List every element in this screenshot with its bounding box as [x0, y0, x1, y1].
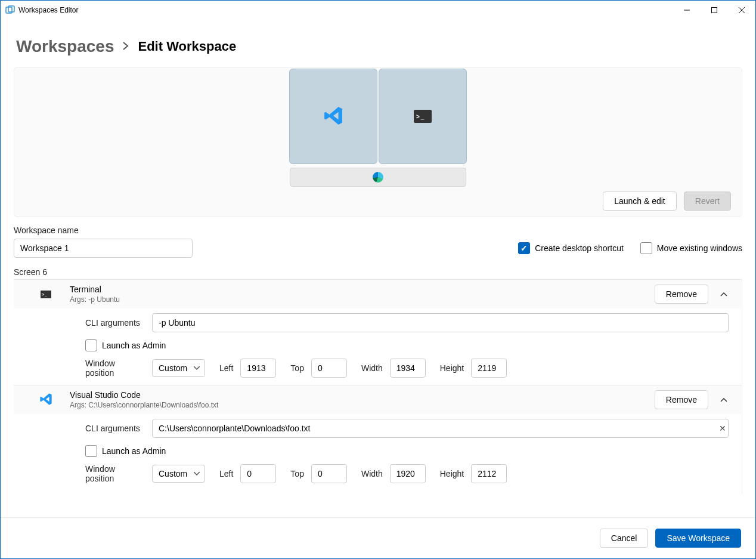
window-title: Workspaces Editor: [18, 6, 78, 14]
workspace-name-label: Workspace name: [1, 226, 755, 237]
left-input[interactable]: [240, 464, 276, 483]
width-label: Width: [361, 469, 383, 478]
position-mode-select[interactable]: Custom: [152, 465, 205, 483]
width-label: Width: [361, 363, 383, 373]
height-input[interactable]: [471, 464, 507, 483]
app-details: CLI arguments ✕ Launch as Admin Window p…: [14, 414, 742, 490]
remove-button[interactable]: Remove: [655, 285, 708, 304]
height-input[interactable]: [471, 359, 507, 378]
left-label: Left: [219, 469, 233, 478]
clear-input-icon[interactable]: ✕: [719, 424, 726, 433]
window-position-label: Window position: [85, 359, 145, 378]
create-shortcut-label: Create desktop shortcut: [535, 243, 624, 253]
cancel-button[interactable]: Cancel: [600, 529, 649, 548]
layout-preview-card: Launch & edit Revert: [14, 67, 742, 217]
app-header[interactable]: Visual Studio Code Args: C:\Users\connor…: [14, 385, 742, 414]
preview-tile-edge[interactable]: [290, 168, 466, 187]
launch-edit-button[interactable]: Launch & edit: [603, 192, 677, 211]
vscode-icon: [323, 106, 343, 128]
terminal-icon: [41, 291, 51, 298]
save-workspace-button[interactable]: Save Workspace: [655, 529, 741, 548]
width-input[interactable]: [390, 464, 426, 483]
checkbox-icon: [640, 242, 652, 254]
app-list[interactable]: Terminal Args: -p Ubuntu Remove CLI argu…: [14, 279, 742, 494]
workspace-name-input[interactable]: [14, 239, 193, 258]
screen-label: Screen 6: [1, 265, 755, 279]
height-label: Height: [440, 469, 464, 478]
maximize-button[interactable]: [701, 1, 728, 20]
move-windows-checkbox[interactable]: Move existing windows: [640, 242, 742, 254]
top-label: Top: [290, 469, 304, 478]
cli-args-input[interactable]: [152, 313, 729, 332]
app-title: Terminal: [70, 285, 655, 294]
top-label: Top: [290, 363, 304, 373]
app-details: CLI arguments Launch as Admin Window pos…: [14, 308, 742, 385]
cli-args-input[interactable]: [152, 419, 729, 438]
top-input[interactable]: [311, 359, 347, 378]
checkbox-icon: [518, 242, 530, 254]
chevron-up-icon[interactable]: [719, 395, 729, 404]
cli-args-label: CLI arguments: [85, 424, 145, 433]
launch-admin-label: Launch as Admin: [102, 446, 166, 456]
width-input[interactable]: [390, 359, 426, 378]
left-input[interactable]: [240, 359, 276, 378]
left-label: Left: [219, 363, 233, 373]
chevron-right-icon: [122, 41, 129, 53]
edge-icon: [373, 172, 383, 183]
app-args-summary: Args: -p Ubuntu: [70, 295, 655, 304]
breadcrumb-current: Edit Workspace: [138, 39, 236, 54]
revert-button: Revert: [684, 192, 731, 211]
breadcrumb: Workspaces Edit Workspace: [1, 19, 755, 67]
position-mode-select[interactable]: Custom: [152, 359, 205, 377]
vscode-icon: [39, 393, 52, 407]
window-controls: [673, 1, 755, 20]
cli-args-label: CLI arguments: [85, 318, 145, 328]
remove-button[interactable]: Remove: [655, 390, 708, 409]
app-args-summary: Args: C:\Users\connorplante\Downloads\fo…: [70, 401, 655, 409]
app-icon: [5, 5, 15, 15]
footer: Cancel Save Workspace: [1, 517, 755, 558]
minimized-apps-label: Minimized apps: [14, 490, 742, 494]
chevron-up-icon[interactable]: [719, 289, 729, 299]
launch-admin-checkbox[interactable]: Launch as Admin: [85, 445, 166, 457]
breadcrumb-root[interactable]: Workspaces: [16, 37, 114, 56]
top-input[interactable]: [311, 464, 347, 483]
checkbox-icon: [85, 339, 97, 351]
app-header[interactable]: Terminal Args: -p Ubuntu Remove: [14, 280, 742, 308]
create-shortcut-checkbox[interactable]: Create desktop shortcut: [518, 242, 624, 254]
launch-admin-checkbox[interactable]: Launch as Admin: [85, 339, 166, 351]
titlebar: Workspaces Editor: [1, 0, 755, 19]
preview-tile-vscode[interactable]: [289, 69, 377, 164]
app-title: Visual Studio Code: [70, 390, 655, 400]
move-windows-label: Move existing windows: [657, 243, 742, 253]
app-item-vscode: Visual Studio Code Args: C:\Users\connor…: [14, 385, 742, 490]
svg-rect-3: [712, 7, 717, 13]
close-button[interactable]: [728, 1, 755, 20]
terminal-icon: [414, 110, 432, 123]
app-item-terminal: Terminal Args: -p Ubuntu Remove CLI argu…: [14, 279, 742, 385]
window-position-label: Window position: [85, 464, 145, 483]
launch-admin-label: Launch as Admin: [102, 341, 166, 350]
preview-tile-terminal[interactable]: [379, 69, 467, 164]
minimize-button[interactable]: [673, 1, 701, 20]
checkbox-icon: [85, 445, 97, 457]
height-label: Height: [440, 363, 464, 373]
